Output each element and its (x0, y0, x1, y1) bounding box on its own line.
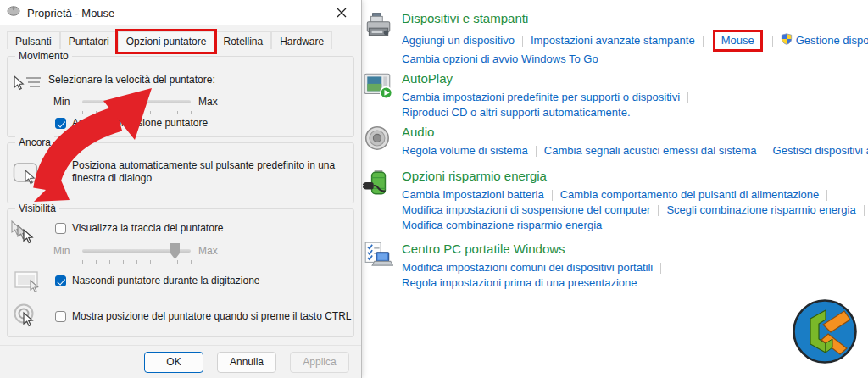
section-power-options: Opzioni risparmio energia Cambia imposta… (363, 168, 868, 233)
hide-pointer-icon (14, 270, 42, 297)
link-choose-power-plan[interactable]: Scegli combinazione risparmio energia (666, 203, 855, 218)
trail-slider-max-label: Max (198, 245, 218, 258)
section-title[interactable]: Opzioni risparmio energia (402, 168, 868, 184)
separator (552, 190, 553, 201)
separator (772, 36, 773, 47)
group-ancora-label: Ancora (15, 136, 54, 148)
autoplay-icon[interactable] (363, 70, 393, 101)
link-presentation-settings[interactable]: Regola impostazioni prima di una present… (402, 275, 637, 291)
tab-strip: Pulsanti Puntatori Opzioni puntatore Rot… (0, 25, 361, 52)
speed-slider-thumb[interactable] (132, 94, 142, 110)
section-title[interactable]: Centro PC portatile Windows (402, 241, 669, 257)
ok-button[interactable]: OK (144, 352, 203, 373)
link-audio-devices[interactable]: Gestisci dispositivi audio (773, 143, 868, 158)
battery-power-icon[interactable] (363, 168, 393, 198)
group-movimento: Movimento Selezionare la velocità del pu… (7, 56, 354, 137)
dialog-button-bar: OK Annulla Applica (0, 345, 361, 378)
speaker-icon[interactable] (363, 124, 393, 154)
mouse-properties-dialog: Proprietà - Mouse Pulsanti Puntatori Opz… (0, 0, 362, 378)
link-add-device[interactable]: Aggiungi un dispositivo (402, 33, 515, 48)
pointer-speed-icon (11, 72, 43, 101)
trail-slider-min-label: Min (53, 245, 70, 258)
separator (658, 205, 659, 216)
link-mouse[interactable]: Mouse (721, 33, 754, 48)
devices-printers-icon[interactable] (363, 10, 393, 41)
link-device-manager[interactable]: Gestione dispositivi (796, 33, 868, 48)
link-edit-power-plan[interactable]: Modifica combinazione risparmio energia (402, 218, 602, 233)
separator (826, 190, 827, 201)
group-visibilita: Visibilità Visualizza la traccia del pun… (7, 208, 354, 337)
link-advanced-printer-settings[interactable]: Impostazioni avanzate stampante (531, 33, 695, 48)
section-devices-printers: Dispositivi e stampanti Aggiungi un disp… (363, 10, 868, 67)
link-mobility-common-settings[interactable]: Modifica impostazioni comuni dei disposi… (402, 260, 653, 275)
link-autoplay-defaults[interactable]: Cambia impostazioni predefinite per supp… (402, 90, 680, 105)
speed-slider-ticks (82, 111, 192, 114)
speed-slider-max-label: Max (198, 96, 218, 108)
snap-to-button-icon (13, 162, 43, 191)
site-logo (791, 297, 859, 365)
speed-slider-min-label: Min (53, 96, 70, 108)
section-title[interactable]: AutoPlay (402, 70, 696, 86)
separator (703, 36, 704, 47)
link-windows-to-go[interactable]: Cambia opzioni di avvio Windows To Go (402, 52, 598, 67)
link-system-volume[interactable]: Regola volume di sistema (402, 143, 528, 158)
pointer-speed-caption: Selezionare la velocità del puntatore: (48, 74, 215, 86)
pointer-trail-icon (9, 220, 45, 253)
hide-pointer-checkbox[interactable] (55, 275, 66, 286)
section-autoplay: AutoPlay Cambia impostazioni predefinite… (363, 70, 868, 120)
tab-page-opzioni-puntatore: Movimento Selezionare la velocità del pu… (0, 49, 361, 345)
precision-checkbox[interactable] (55, 118, 66, 129)
trail-slider-ticks (82, 260, 192, 264)
separator (864, 205, 865, 216)
precision-checkbox-label[interactable]: Aumenta precisione puntatore (72, 117, 208, 130)
apply-button[interactable]: Applica (290, 352, 349, 373)
trail-checkbox[interactable] (55, 223, 66, 234)
tab-opzioni-puntatore[interactable]: Opzioni puntatore (118, 31, 215, 52)
link-sleep-settings[interactable]: Modifica impostazioni di sospensione del… (402, 203, 650, 218)
separator (687, 92, 688, 103)
group-movimento-label: Movimento (15, 50, 72, 62)
link-play-cd[interactable]: Riproduci CD o altri supporti automatica… (402, 105, 631, 120)
show-location-checkbox[interactable] (55, 311, 66, 322)
snap-checkbox-label[interactable]: Posiziona automaticamente sul pulsante p… (72, 159, 345, 185)
separator (660, 263, 661, 274)
link-system-sounds[interactable]: Cambia segnali acustici emessi dal siste… (544, 143, 757, 158)
close-icon[interactable] (329, 2, 354, 24)
screen: Proprietà - Mouse Pulsanti Puntatori Opz… (0, 0, 868, 378)
mouse-icon (7, 5, 20, 20)
hide-pointer-checkbox-label[interactable]: Nascondi puntatore durante la digitazion… (72, 275, 259, 287)
separator (536, 146, 537, 157)
section-title[interactable]: Dispositivi e stampanti (402, 10, 868, 26)
section-title[interactable]: Audio (402, 124, 868, 140)
separator (522, 36, 523, 47)
separator (765, 146, 765, 157)
link-power-buttons[interactable]: Cambia comportamento dei pulsanti di ali… (560, 187, 820, 203)
group-ancora: Ancora Posiziona automaticamente sul pul… (7, 142, 354, 203)
section-mobility-center: Centro PC portatile Windows Modifica imp… (363, 241, 868, 291)
show-location-checkbox-label[interactable]: Mostra posizione del puntatore quando si… (72, 310, 352, 323)
dialog-title: Proprietà - Mouse (27, 7, 114, 19)
red-annotation-box-mouse: Mouse (713, 30, 763, 52)
uac-shield-icon (781, 33, 793, 49)
link-battery-settings[interactable]: Cambia impostazioni batteria (402, 187, 544, 203)
show-location-icon (13, 303, 40, 333)
snap-checkbox[interactable] (55, 160, 66, 171)
mobility-center-icon[interactable] (363, 241, 393, 271)
trail-slider-thumb[interactable] (170, 243, 180, 259)
dialog-titlebar[interactable]: Proprietà - Mouse (0, 0, 361, 25)
trail-checkbox-label[interactable]: Visualizza la traccia del puntatore (72, 222, 224, 235)
cancel-button[interactable]: Annulla (217, 352, 276, 373)
group-visibilita-label: Visibilità (15, 203, 59, 214)
section-audio: Audio Regola volume di sistema Cambia se… (363, 124, 868, 158)
